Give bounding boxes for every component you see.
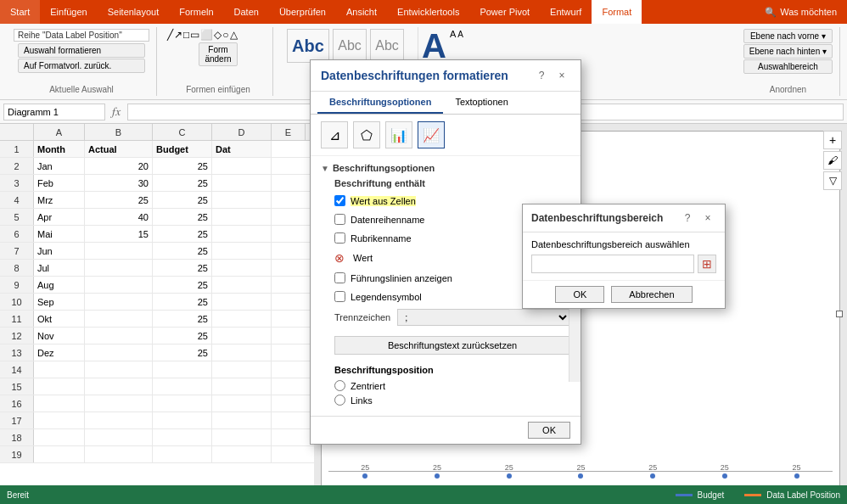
cell[interactable]: Apr [34, 209, 85, 225]
text-abc-btn[interactable]: Abc [287, 29, 329, 63]
shape-options-btn[interactable]: ⊿ [321, 121, 348, 148]
tab-formeln[interactable]: Formeln [169, 0, 223, 24]
cell[interactable]: 25 [153, 243, 212, 259]
cell[interactable] [212, 260, 272, 276]
cell[interactable] [153, 395, 212, 412]
radio-zentriert-input[interactable] [334, 380, 345, 391]
cell[interactable]: 40 [85, 209, 153, 225]
radio-links-input[interactable] [334, 395, 345, 406]
cell[interactable]: 25 [153, 192, 212, 208]
cell[interactable]: Jun [34, 243, 85, 259]
format-dialog-ok-btn[interactable]: OK [528, 422, 570, 439]
cell[interactable] [212, 243, 272, 259]
cell[interactable]: 20 [85, 158, 153, 174]
cb-fuehrungslinien[interactable] [334, 272, 345, 283]
tab-beschriftungsoptionen[interactable]: Beschriftungsoptionen [317, 92, 443, 114]
tab-format[interactable]: Format [592, 0, 642, 24]
cell[interactable] [85, 446, 153, 462]
cell[interactable]: Jul [34, 260, 85, 276]
tab-entwurf[interactable]: Entwurf [540, 0, 592, 24]
reset-btn[interactable]: Beschriftungstext zurücksetzen [334, 336, 570, 355]
cell[interactable] [212, 311, 272, 327]
range-close-btn[interactable]: × [699, 210, 716, 227]
cell[interactable] [153, 429, 212, 445]
cell[interactable]: Month [34, 141, 85, 157]
cell[interactable] [34, 361, 85, 378]
cell[interactable] [85, 361, 153, 378]
cell[interactable] [212, 328, 272, 344]
cell[interactable] [85, 378, 153, 395]
cell[interactable]: Dat [212, 141, 272, 157]
cell[interactable] [153, 378, 212, 395]
cell[interactable]: Budget [153, 141, 212, 157]
col-header-c[interactable]: C [153, 124, 212, 140]
cell[interactable]: 30 [85, 175, 153, 191]
col-header-e[interactable]: E [272, 124, 306, 140]
col-header-a[interactable]: A [34, 124, 85, 140]
cell[interactable]: Nov [34, 328, 85, 344]
cell[interactable]: 25 [153, 158, 212, 174]
tab-daten[interactable]: Daten [224, 0, 269, 24]
separator-dropdown[interactable]: ; [397, 309, 570, 326]
cell[interactable]: 25 [153, 209, 212, 225]
tab-ueberpruefen[interactable]: Überprüfen [269, 0, 336, 24]
cell[interactable] [85, 277, 153, 293]
cell[interactable] [212, 175, 272, 191]
cell[interactable]: Okt [34, 311, 85, 327]
format-dialog-help-btn[interactable]: ? [533, 67, 550, 84]
col-header-b[interactable]: B [85, 124, 153, 140]
cell[interactable] [212, 395, 272, 412]
cell[interactable] [34, 395, 85, 412]
cell[interactable]: Actual [85, 141, 153, 157]
cell[interactable] [153, 446, 212, 462]
cell[interactable] [34, 378, 85, 395]
range-input[interactable] [531, 255, 694, 273]
tab-textoptionen[interactable]: Textoptionen [443, 92, 519, 114]
text-abc2-btn[interactable]: Abc [333, 29, 367, 63]
bar-options-btn[interactable]: 📈 [418, 121, 445, 148]
cell[interactable]: 25 [153, 344, 212, 361]
cell[interactable]: Dez [34, 344, 85, 361]
bring-forward-btn[interactable]: Ebene nach vorne ▾ [743, 29, 833, 43]
cell[interactable] [85, 429, 153, 445]
name-box-input[interactable] [3, 104, 105, 120]
cell[interactable] [153, 412, 212, 428]
cell[interactable] [212, 226, 272, 242]
cell[interactable]: 25 [153, 328, 212, 344]
cell[interactable] [212, 294, 272, 310]
tab-powerpivot[interactable]: Power Pivot [469, 0, 540, 24]
range-ok-btn[interactable]: OK [555, 286, 604, 303]
filter-btn[interactable]: ▽ [823, 171, 842, 190]
tab-entwicklertools[interactable]: Entwicklertools [387, 0, 469, 24]
search-tab[interactable]: 🔍 Was möchten [754, 0, 847, 24]
cell[interactable] [34, 412, 85, 428]
range-picker-btn[interactable]: ⊞ [698, 255, 716, 273]
cell[interactable] [85, 243, 153, 259]
cb-wert-aus-zellen[interactable] [334, 195, 345, 206]
cell[interactable]: Feb [34, 175, 85, 191]
selection-pane-btn[interactable]: Auswahlbereich [743, 59, 833, 74]
cell[interactable]: 25 [153, 260, 212, 276]
range-cancel-btn[interactable]: Abbrechen [611, 286, 692, 303]
cb-rubrikenname[interactable] [334, 232, 345, 244]
format-dialog-close-btn[interactable]: × [553, 67, 570, 84]
cell[interactable] [212, 158, 272, 174]
cell[interactable] [212, 378, 272, 395]
text-abc3-btn[interactable]: Abc [370, 29, 404, 63]
cell[interactable] [212, 412, 272, 428]
cell[interactable]: 25 [153, 294, 212, 310]
reset-format-btn[interactable]: Auf Formatvorl. zurück. [18, 59, 145, 73]
cell[interactable]: Mrz [34, 192, 85, 208]
cell[interactable] [34, 446, 85, 462]
tab-start[interactable]: Start [0, 0, 40, 24]
cell[interactable] [85, 412, 153, 428]
cb-legendensymbol[interactable] [334, 291, 345, 302]
cell[interactable] [34, 429, 85, 445]
change-shape-btn[interactable]: Formändern [199, 42, 237, 66]
cell[interactable] [212, 361, 272, 378]
cell[interactable] [85, 294, 153, 310]
cell[interactable] [212, 429, 272, 445]
cell[interactable] [212, 344, 272, 361]
cell[interactable] [85, 311, 153, 327]
cell[interactable]: 25 [153, 226, 212, 242]
